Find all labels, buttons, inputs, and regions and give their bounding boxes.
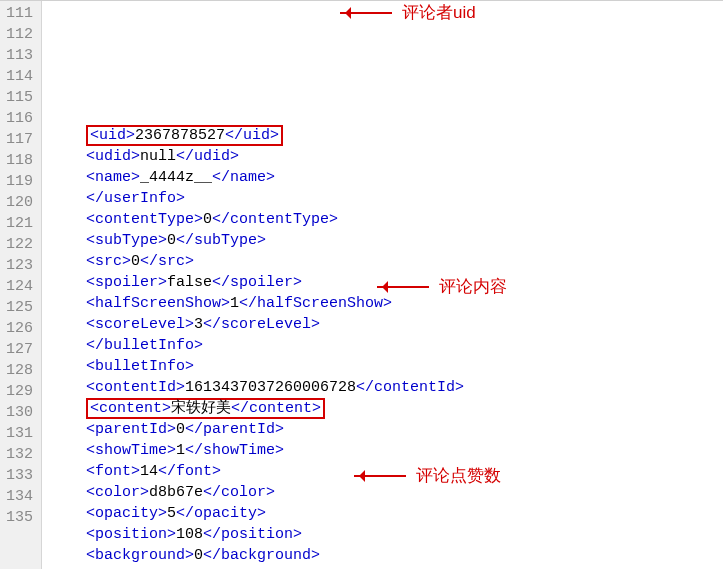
line-number: 119	[6, 172, 33, 193]
code-line: <font>14</font>	[50, 462, 464, 483]
line-number: 125	[6, 298, 33, 319]
code-area: 评论者uid 评论内容 评论点赞数 <uid>2367878527</uid> …	[42, 1, 464, 569]
line-number: 113	[6, 46, 33, 67]
line-number: 131	[6, 424, 33, 445]
code-line: <content>宋轶好美</content>	[50, 399, 464, 420]
code-editor: 1111121131141151161171181191201211221231…	[0, 0, 723, 569]
code-line: <parentId>0</parentId>	[50, 420, 464, 441]
line-number: 118	[6, 151, 33, 172]
line-number: 124	[6, 277, 33, 298]
highlight-box: <uid>2367878527</uid>	[86, 125, 283, 146]
line-number: 111	[6, 4, 33, 25]
line-number: 121	[6, 214, 33, 235]
annotation-uid-label: 评论者uid	[402, 2, 476, 25]
line-number: 129	[6, 382, 33, 403]
line-number: 115	[6, 88, 33, 109]
line-number: 122	[6, 235, 33, 256]
line-number: 123	[6, 256, 33, 277]
code-line: <bulletInfo>	[50, 357, 464, 378]
annotation-uid: 评论者uid	[340, 2, 476, 25]
code-line: <uid>2367878527</uid>	[50, 126, 464, 147]
line-number: 130	[6, 403, 33, 424]
code-line: <name>_4444z__</name>	[50, 168, 464, 189]
line-number: 114	[6, 67, 33, 88]
code-line: <position>108</position>	[50, 525, 464, 546]
code-line: <background>0</background>	[50, 546, 464, 567]
code-line: <contentType>0</contentType>	[50, 210, 464, 231]
line-number: 112	[6, 25, 33, 46]
line-number: 133	[6, 466, 33, 487]
line-number: 135	[6, 508, 33, 529]
line-number: 127	[6, 340, 33, 361]
code-line: <color>d8b67e</color>	[50, 483, 464, 504]
line-number: 128	[6, 361, 33, 382]
code-line: </userInfo>	[50, 189, 464, 210]
line-number: 126	[6, 319, 33, 340]
code-line: <src>0</src>	[50, 252, 464, 273]
code-line: <opacity>5</opacity>	[50, 504, 464, 525]
code-line: <spoiler>false</spoiler>	[50, 273, 464, 294]
code-line: </bulletInfo>	[50, 336, 464, 357]
code-line: <showTime>1</showTime>	[50, 441, 464, 462]
code-line: <scoreLevel>3</scoreLevel>	[50, 315, 464, 336]
line-number: 132	[6, 445, 33, 466]
line-gutter: 1111121131141151161171181191201211221231…	[0, 1, 42, 569]
line-number	[6, 529, 33, 550]
code-line: <contentId>1613437037260006728</contentI…	[50, 378, 464, 399]
code-line: <subType>0</subType>	[50, 231, 464, 252]
highlight-box: <content>宋轶好美</content>	[86, 398, 325, 419]
arrow-icon	[340, 12, 392, 14]
line-number: 134	[6, 487, 33, 508]
line-number: 120	[6, 193, 33, 214]
line-number: 116	[6, 109, 33, 130]
line-number: 117	[6, 130, 33, 151]
code-line: <halfScreenShow>1</halfScreenShow>	[50, 294, 464, 315]
code-line: <udid>null</udid>	[50, 147, 464, 168]
